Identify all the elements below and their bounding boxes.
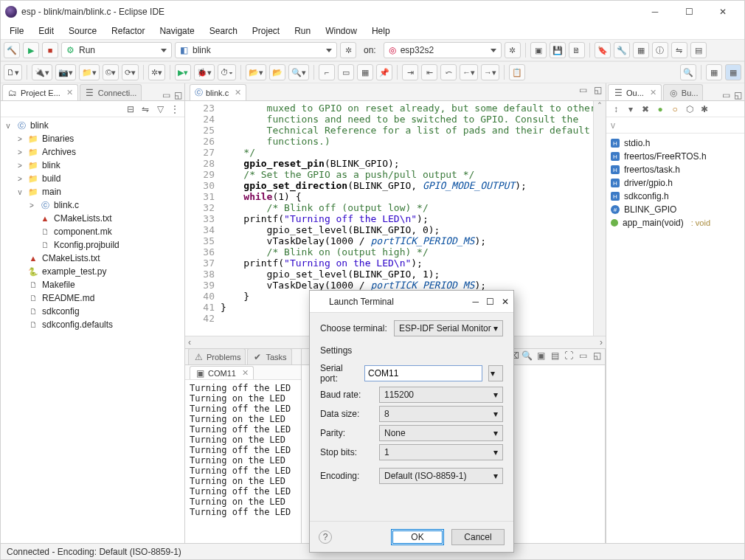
open-perspective-icon[interactable]: ▦ <box>706 64 722 80</box>
settings-icon[interactable]: ✲▾ <box>148 64 165 80</box>
run-button[interactable]: ▶ <box>23 42 39 58</box>
twisty-icon[interactable]: > <box>15 175 24 183</box>
tree-item[interactable]: 🗋component.mk <box>4 225 184 238</box>
outline-item[interactable]: Hdriver/gpio.h <box>611 176 740 190</box>
tab-project-explorer[interactable]: 🗂 Project E... ✕ <box>2 84 78 100</box>
tab-outline[interactable]: ☰ Ou... ✕ <box>608 84 662 100</box>
link-editor-icon[interactable]: ⇋ <box>140 104 150 114</box>
menu-window[interactable]: Window <box>319 24 363 38</box>
build-hammer-icon[interactable]: 🔨 <box>4 42 20 58</box>
close-icon[interactable]: ✕ <box>235 88 241 97</box>
build-config-icon[interactable]: 🔧 <box>614 42 630 58</box>
maximize-editor-icon[interactable]: ◱ <box>592 85 603 95</box>
next-annotation-icon[interactable]: ⇥ <box>402 64 418 80</box>
help-icon[interactable]: ? <box>319 530 332 544</box>
vertical-scrollbar[interactable]: ˆ <box>593 101 606 336</box>
outline-collapse-icon[interactable]: ✱ <box>699 104 710 114</box>
twisty-icon[interactable]: > <box>15 135 24 143</box>
tree-item[interactable]: >📁blink <box>4 159 184 172</box>
outline-filter-public-icon[interactable]: ● <box>655 104 665 114</box>
tree-item[interactable]: 🗋Kconfig.projbuild <box>4 238 184 252</box>
dlg-combo[interactable]: None▾ <box>379 425 503 441</box>
dlg-combo[interactable]: 115200▾ <box>379 387 503 403</box>
dlg-combo[interactable]: Default (ISO-8859-1)▾ <box>379 468 503 484</box>
tree-item[interactable]: >📁Archives <box>4 145 184 159</box>
pin-editor-icon[interactable]: 📌 <box>376 64 392 80</box>
menu-project[interactable]: Project <box>246 24 285 38</box>
toggle-breadcrumb-icon[interactable]: ▦ <box>357 64 373 80</box>
filter-icon[interactable]: ▽ <box>155 104 165 114</box>
close-button[interactable]: ✕ <box>502 297 509 307</box>
outline-item[interactable]: Hsdkconfig.h <box>611 190 740 203</box>
outline-hide-icon[interactable]: ⬡ <box>685 104 695 114</box>
choose-terminal-combo[interactable]: ESP-IDF Serial Monitor▾ <box>394 320 503 336</box>
maximize-view-icon[interactable]: ◱ <box>173 90 183 100</box>
perspective-cdt-icon[interactable]: ▤ <box>690 42 707 58</box>
twisty-icon[interactable]: > <box>27 201 36 210</box>
menu-refactor[interactable]: Refactor <box>105 24 150 38</box>
outline-item[interactable]: Hstdio.h <box>611 136 740 150</box>
tab-build-targets[interactable]: ◎ Bu... <box>663 84 704 100</box>
tree-item[interactable]: 🗋sdkconfig <box>4 305 184 318</box>
tree-item[interactable]: >ⓒblink.c <box>4 198 184 212</box>
minimize-view-icon[interactable]: ▭ <box>578 350 588 361</box>
launch-settings-icon[interactable]: ✲ <box>340 42 356 58</box>
connect-icon[interactable]: 🔌▾ <box>32 64 52 80</box>
twisty-icon[interactable]: > <box>15 162 24 170</box>
maximize-view-icon[interactable]: ◱ <box>732 90 743 100</box>
menu-run[interactable]: Run <box>288 24 316 38</box>
maximize-button[interactable]: ☐ <box>672 1 706 23</box>
outline-filter-nonpublic-icon[interactable]: ○ <box>670 104 680 114</box>
outline-sort-icon[interactable]: ↕ <box>611 104 621 114</box>
tree-item[interactable]: 🗋README.md <box>4 291 184 305</box>
twisty-icon[interactable]: v <box>15 188 24 196</box>
run-mode-combo[interactable]: ⚙Run <box>61 42 172 58</box>
target-combo[interactable]: ◎esp32s2 <box>384 42 502 58</box>
debug-drop-icon[interactable]: 🐞▾ <box>194 64 215 80</box>
tab-problems[interactable]: ⚠ Problems <box>188 348 246 364</box>
last-edit-icon[interactable]: ⤺ <box>440 64 457 80</box>
minimize-editor-icon[interactable]: ▭ <box>578 85 588 95</box>
perspective-cc-icon[interactable]: ▦ <box>725 64 741 80</box>
open-type-icon[interactable]: 📂▾ <box>246 64 266 80</box>
refresh-icon[interactable]: ⟳▾ <box>122 64 139 80</box>
dlg-combo[interactable]: 1▾ <box>379 444 503 460</box>
save-icon[interactable]: 💾 <box>550 42 566 58</box>
close-icon[interactable]: ✕ <box>66 88 73 97</box>
terminal-tab-com11[interactable]: ▣ COM11 ✕ <box>190 366 254 379</box>
view-menu-icon[interactable]: ⋮ <box>170 104 180 114</box>
tree-item[interactable]: ▲CMakeLists.txt <box>4 252 184 265</box>
new-file-icon[interactable]: 🗋▾ <box>4 64 22 80</box>
prev-annotation-icon[interactable]: ⇤ <box>421 64 437 80</box>
back-history-icon[interactable]: ←▾ <box>460 64 478 80</box>
tree-item[interactable]: v📁main <box>4 185 184 198</box>
filter-icon[interactable]: ▦ <box>633 42 649 58</box>
open-element-icon[interactable]: 📋 <box>509 64 525 80</box>
tree-item[interactable]: >📁build <box>4 172 184 185</box>
new-folder-icon[interactable]: 📁▾ <box>79 64 100 80</box>
snapshot-icon[interactable]: 📷▾ <box>55 64 76 80</box>
tree-item[interactable]: 🗋Makefile <box>4 278 184 291</box>
tree-item[interactable]: ▲CMakeLists.txt <box>4 212 184 225</box>
maximize-view-icon[interactable]: ◱ <box>592 350 602 361</box>
tree-item[interactable]: >📁Binaries <box>4 132 184 145</box>
show-whitespace-icon[interactable]: ▭ <box>338 64 354 80</box>
toggle-mark-icon[interactable]: 🔖 <box>595 42 611 58</box>
toggle-block-icon[interactable]: ⌐ <box>319 64 335 80</box>
save-all-icon[interactable]: 🗎 <box>569 42 585 58</box>
outline-filter-static-icon[interactable]: ✖ <box>640 104 651 114</box>
fwd-history-icon[interactable]: →▾ <box>481 64 499 80</box>
terminal-new-icon[interactable]: ▣ <box>536 350 546 361</box>
minimize-view-icon[interactable]: ▭ <box>161 90 171 100</box>
outline-list[interactable]: Hstdio.hHfreertos/FreeRTOS.hHfreertos/ta… <box>606 134 744 543</box>
dlg-combo[interactable]: 8▾ <box>379 406 503 422</box>
profile-drop-icon[interactable]: ⏱▾ <box>218 64 236 80</box>
element-info-icon[interactable]: ⓘ <box>652 42 668 58</box>
serial-terminal[interactable]: Turning off the LED Turning on the LED T… <box>185 380 301 543</box>
ok-button[interactable]: OK <box>391 529 444 545</box>
outline-item[interactable]: Hfreertos/FreeRTOS.h <box>611 150 740 163</box>
terminal-max-icon[interactable]: ⛶ <box>564 350 574 361</box>
close-icon[interactable]: ✕ <box>650 88 656 97</box>
outline-item[interactable]: app_main(void): void <box>611 216 740 229</box>
run-drop-icon[interactable]: ▶▾ <box>175 64 191 80</box>
